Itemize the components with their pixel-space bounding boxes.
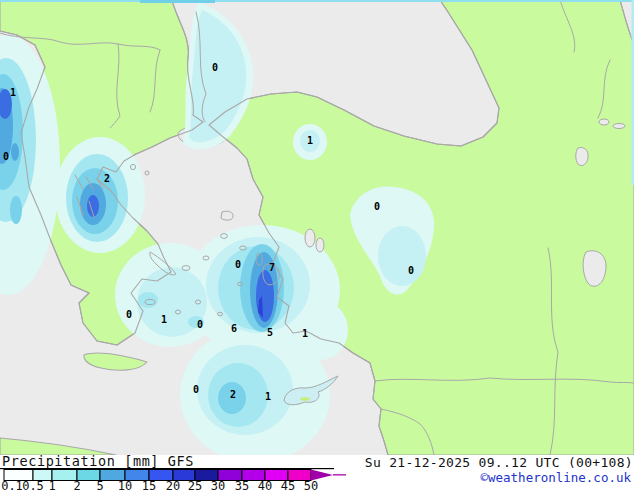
legend-title: Precipitation [mm] GFS	[2, 453, 194, 469]
precip-value-label: 0	[126, 309, 132, 320]
precipitation-map-svg: 102010007010651021 Precipitation [mm] GF…	[0, 0, 634, 490]
precip-value-label: 1	[302, 328, 308, 339]
colorbar-tick-label: 45	[281, 479, 295, 490]
precip-value-label: 0	[193, 384, 199, 395]
lake-small-1	[599, 119, 609, 125]
precip-value-label: 1	[161, 314, 167, 325]
precip-value-label: 5	[267, 327, 273, 338]
precip-value-label: 1	[307, 135, 313, 146]
colorbar-tick-label: 50	[304, 479, 318, 490]
colorbar-tick-label: 2	[73, 479, 80, 490]
copyright-text: ©weatheronline.co.uk	[480, 470, 631, 485]
colorbar-tick-label: 20	[166, 479, 180, 490]
precip-value-label: 2	[230, 389, 236, 400]
colorbar-tick-label: 40	[258, 479, 272, 490]
colorbar-tick-label: 15	[142, 479, 156, 490]
precip-value-label: 1	[10, 87, 16, 98]
precip-value-label: 7	[269, 262, 275, 273]
colorbar-tick-label: 1	[48, 479, 55, 490]
legend: Precipitation [mm] GFS 0.10.512510152025…	[0, 453, 634, 490]
precip-value-label: 0	[197, 319, 203, 330]
lake-burdur	[305, 229, 315, 247]
colorbar-tick-label: 35	[235, 479, 249, 490]
precip-value-label: 2	[104, 173, 110, 184]
precip-value-label: 0	[212, 62, 218, 73]
forecast-datetime: Su 21-12-2025 09..12 UTC (00+108)	[365, 455, 633, 470]
colorbar-tick-label: 0.5	[22, 479, 44, 490]
precip-value-label: 0	[3, 151, 9, 162]
precip-value-label: 0	[374, 201, 380, 212]
lake-egirdir	[316, 238, 324, 252]
lake-van	[583, 251, 606, 286]
lake-small-2	[613, 124, 625, 129]
precip-value-label: 0	[408, 265, 414, 276]
colorbar-tick-label: 0.1	[1, 479, 23, 490]
precip-blob-north-greece	[55, 137, 145, 253]
colorbar-tick-label: 10	[118, 479, 132, 490]
colorbar-tick-label: 25	[188, 479, 202, 490]
colorbar-tick-label: 30	[211, 479, 225, 490]
precip-value-label: 0	[235, 259, 241, 270]
lake-tuz	[576, 147, 588, 165]
colorbar-tick-label: 5	[96, 479, 103, 490]
colorbar-arrow-tail	[333, 474, 346, 476]
weather-map-screenshot: 102010007010651021 Precipitation [mm] GF…	[0, 0, 634, 490]
precip-value-label: 6	[231, 323, 237, 334]
precip-value-label: 1	[265, 391, 271, 402]
cyprus-green-patch	[300, 397, 310, 401]
